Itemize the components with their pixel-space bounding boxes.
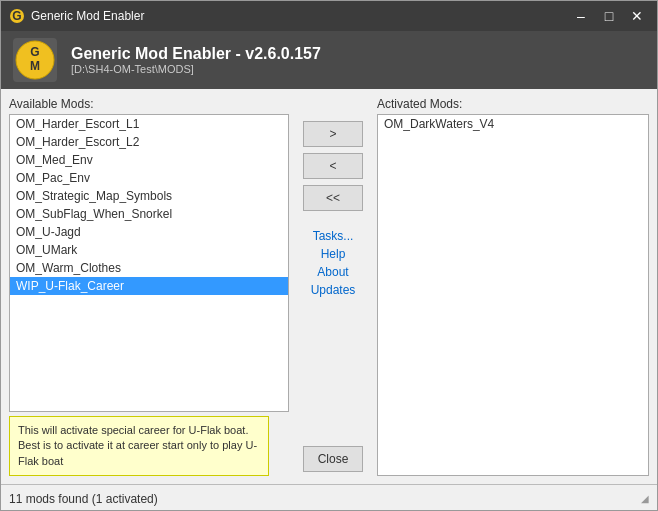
close-window-button[interactable]: ✕ xyxy=(625,6,649,26)
available-mod-item[interactable]: OM_U-Jagd xyxy=(10,223,288,241)
minimize-button[interactable]: – xyxy=(569,6,593,26)
title-bar: G Generic Mod Enabler – □ ✕ xyxy=(1,1,657,31)
available-mod-item[interactable]: OM_Med_Env xyxy=(10,151,288,169)
available-mods-label: Available Mods: xyxy=(9,97,289,111)
links-area: Tasks... Help About Updates xyxy=(311,229,356,297)
svg-text:M: M xyxy=(30,59,40,73)
available-mod-item[interactable]: OM_Harder_Escort_L2 xyxy=(10,133,288,151)
title-bar-controls: – □ ✕ xyxy=(569,6,649,26)
mod-tooltip: This will activate special career for U-… xyxy=(9,416,269,476)
app-path: [D:\SH4-OM-Test\MODS] xyxy=(71,63,321,75)
maximize-button[interactable]: □ xyxy=(597,6,621,26)
available-mod-item[interactable]: OM_Strategic_Map_Symbols xyxy=(10,187,288,205)
main-content: Available Mods: OM_Harder_Escort_L1OM_Ha… xyxy=(1,89,657,484)
updates-link[interactable]: Updates xyxy=(311,283,356,297)
app-title: Generic Mod Enabler - v2.6.0.157 xyxy=(71,45,321,63)
app-icon: G xyxy=(9,8,25,24)
close-button[interactable]: Close xyxy=(303,446,363,472)
activated-mod-item[interactable]: OM_DarkWaters_V4 xyxy=(378,115,648,133)
deactivate-button[interactable]: < xyxy=(303,153,363,179)
activate-button[interactable]: > xyxy=(303,121,363,147)
app-title-block: Generic Mod Enabler - v2.6.0.157 [D:\SH4… xyxy=(71,45,321,75)
help-link[interactable]: Help xyxy=(321,247,346,261)
available-mods-list[interactable]: OM_Harder_Escort_L1OM_Harder_Escort_L2OM… xyxy=(9,114,289,412)
available-mod-item[interactable]: WIP_U-Flak_Career xyxy=(10,277,288,295)
close-btn-area: Close xyxy=(303,446,363,476)
app-logo: G M xyxy=(13,38,57,82)
status-bar: 11 mods found (1 activated) ◢ xyxy=(1,484,657,511)
status-text: 11 mods found (1 activated) xyxy=(9,492,158,506)
activated-mods-label: Activated Mods: xyxy=(377,97,649,111)
title-bar-left: G Generic Mod Enabler xyxy=(9,8,144,24)
title-bar-text: Generic Mod Enabler xyxy=(31,9,144,23)
svg-text:G: G xyxy=(30,45,39,59)
available-mod-item[interactable]: OM_SubFlag_When_Snorkel xyxy=(10,205,288,223)
deactivate-all-button[interactable]: << xyxy=(303,185,363,211)
app-logo-svg: G M xyxy=(15,40,55,80)
left-panel: Available Mods: OM_Harder_Escort_L1OM_Ha… xyxy=(9,97,289,476)
tasks-link[interactable]: Tasks... xyxy=(313,229,354,243)
about-link[interactable]: About xyxy=(317,265,348,279)
panels-row: Available Mods: OM_Harder_Escort_L1OM_Ha… xyxy=(9,97,649,476)
activated-mods-list[interactable]: OM_DarkWaters_V4 xyxy=(377,114,649,476)
right-panel: Activated Mods: OM_DarkWaters_V4 xyxy=(377,97,649,476)
available-mod-item[interactable]: OM_Harder_Escort_L1 xyxy=(10,115,288,133)
available-mod-item[interactable]: OM_UMark xyxy=(10,241,288,259)
app-header: G M Generic Mod Enabler - v2.6.0.157 [D:… xyxy=(1,31,657,89)
middle-panel: > < << Tasks... Help About Updates Close xyxy=(297,97,369,476)
available-mod-item[interactable]: OM_Pac_Env xyxy=(10,169,288,187)
resize-grip: ◢ xyxy=(641,493,649,504)
available-mod-item[interactable]: OM_Warm_Clothes xyxy=(10,259,288,277)
svg-text:G: G xyxy=(12,9,21,23)
